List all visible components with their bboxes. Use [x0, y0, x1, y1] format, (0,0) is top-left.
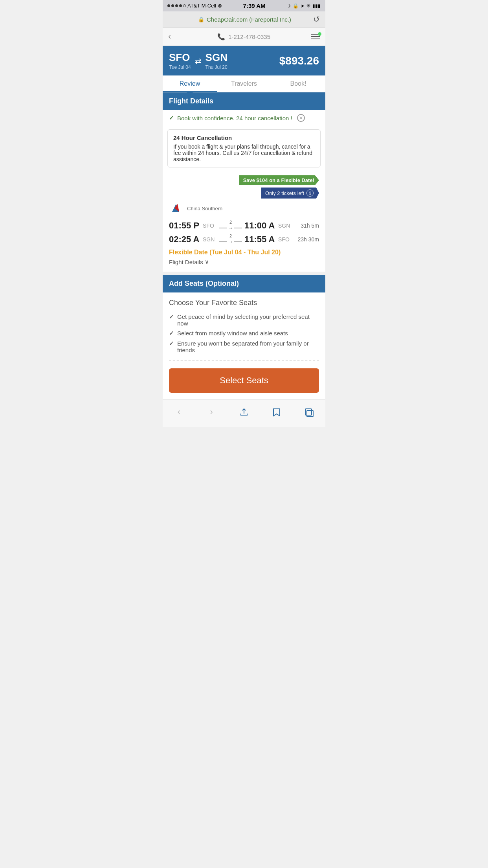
svg-rect-6 [307, 410, 313, 417]
tickets-badge-row: Only 2 tickets left ℹ [169, 188, 319, 199]
dashed-divider [169, 360, 319, 361]
flight-details-section: Flight Details ✓ Book with confidence. 2… [163, 92, 325, 272]
chevron-down-icon: ∨ [205, 258, 209, 265]
inbound-stops-count: 2 [229, 234, 232, 238]
cancellation-title: 24 Hour Cancellation [173, 134, 315, 141]
section-divider [163, 272, 325, 275]
menu-line-3 [311, 39, 320, 39]
seats-subtitle: Choose Your Favorite Seats [169, 299, 319, 307]
lock-status-icon: 🔒 [293, 3, 299, 9]
bottom-toolbar: ‹ › [163, 399, 325, 427]
airline-row: China Southern [169, 201, 319, 215]
outbound-depart-time: 01:55 P [169, 221, 200, 231]
seats-benefit-2: Select from mostly window and aisle seat… [169, 328, 319, 338]
menu-button[interactable] [311, 34, 320, 39]
dot3 [175, 4, 178, 7]
tab-indicator [187, 92, 193, 95]
flexible-badge: Save $104 on a Flexible Date! [239, 175, 319, 185]
toolbar-bookmark-button[interactable] [268, 403, 285, 421]
reload-button[interactable]: ↺ [313, 15, 320, 24]
inbound-depart-time: 02:25 A [169, 234, 200, 245]
cancellation-body: If you book a flight & your plans fall t… [173, 143, 315, 162]
dot1 [167, 4, 170, 7]
status-right: ☽ 🔒 ➤ ✳ ▮▮▮ [286, 3, 321, 9]
inbound-depart-airport: SGN [203, 236, 217, 243]
location-icon: ➤ [301, 3, 305, 9]
flight-card: Save $104 on a Flexible Date! Only 2 tic… [163, 171, 325, 272]
tab-book[interactable]: Book! [271, 75, 325, 92]
nav-bar: ‹ 📞 1-212-478-0335 [163, 28, 325, 46]
outbound-depart-airport: SFO [203, 223, 217, 229]
dest-date: Thu Jul 20 [205, 64, 227, 70]
tab-travelers[interactable]: Travelers [217, 75, 271, 92]
toolbar-share-button[interactable] [235, 403, 253, 421]
airline-name: China Southern [187, 206, 222, 211]
tickets-text: Only 2 tickets left [265, 190, 304, 196]
outbound-stops-count: 2 [229, 220, 232, 224]
add-seats-section: Add Seats (Optional) Choose Your Favorit… [163, 275, 325, 399]
origin-airport: SFO [169, 51, 191, 64]
tickets-badge: Only 2 tickets left ℹ [261, 188, 319, 199]
inbound-arrive-time: 11:55 A [244, 234, 276, 245]
url-text: CheapOair.com (Fareportal Inc.) [207, 16, 291, 23]
flight-details-link[interactable]: Flight Details ∨ [169, 258, 319, 265]
outbound-duration: 31h 5m [301, 223, 319, 229]
cancellation-box: 24 Hour Cancellation If you book a fligh… [167, 129, 321, 167]
menu-line-2 [311, 36, 320, 37]
seats-content: Choose Your Favorite Seats Get peace of … [163, 292, 325, 399]
moon-icon: ☽ [286, 3, 291, 9]
tab-review[interactable]: Review [163, 75, 217, 92]
outbound-arrive-airport: SGN [278, 223, 290, 229]
inbound-arrive-airport: SFO [278, 236, 290, 243]
inbound-stops-line: → [219, 239, 242, 245]
status-left: AT&T M-Cell ⊗ [167, 3, 222, 9]
wifi-icon: ⊗ [218, 3, 222, 9]
toolbar-forward-button[interactable]: › [203, 403, 220, 421]
outbound-flight-row: 01:55 P SFO 2 → 11:00 A SGN 31h 5m [169, 220, 319, 231]
phone-number[interactable]: 1-212-478-0335 [228, 33, 270, 40]
dest-airport: SGN [205, 51, 227, 64]
battery-icon: ▮▮▮ [312, 3, 321, 9]
add-seats-header: Add Seats (Optional) [163, 275, 325, 292]
origin-date: Tue Jul 04 [169, 64, 191, 70]
check-icon: ✓ [169, 114, 174, 121]
signal-dots [167, 4, 186, 7]
seats-benefit-3: Ensure you won't be separated from your … [169, 338, 319, 355]
tickets-info-icon[interactable]: ℹ [306, 189, 314, 197]
seats-benefit-1: Get peace of mind by selecting your pref… [169, 312, 319, 328]
status-time: 7:39 AM [243, 2, 266, 9]
select-seats-button[interactable]: Select Seats [169, 368, 319, 393]
back-button[interactable]: ‹ [168, 31, 171, 42]
address-bar: 🔒 CheapOair.com (Fareportal Inc.) ↺ [163, 11, 325, 28]
route-info: SFO Tue Jul 04 ⇄ SGN Thu Jul 20 [169, 51, 227, 70]
notification-dot [318, 32, 321, 36]
lock-icon: 🔒 [198, 17, 204, 22]
inbound-flight-row: 02:25 A SGN 2 → 11:55 A SFO 23h 30m [169, 234, 319, 245]
toolbar-tabs-button[interactable] [301, 403, 318, 421]
inbound-duration: 23h 30m [298, 236, 319, 243]
phone-icon: 📞 [217, 33, 225, 40]
outbound-arrive-time: 11:00 A [244, 221, 276, 231]
total-price: $893.26 [279, 55, 319, 67]
toolbar-back-button[interactable]: ‹ [170, 403, 187, 421]
outbound-stops-line: → [219, 225, 242, 231]
bluetooth-icon: ✳ [306, 3, 310, 9]
inbound-stops: 2 → [219, 234, 242, 245]
dismiss-icon[interactable]: ✕ [297, 114, 305, 122]
dot5 [183, 4, 186, 7]
confidence-banner: ✓ Book with confidence. 24 hour cancella… [163, 110, 325, 126]
confidence-text: Book with confidence. 24 hour cancellati… [177, 115, 292, 121]
seats-benefits-list: Get peace of mind by selecting your pref… [169, 312, 319, 355]
tabs-nav: Review Travelers Book! [163, 75, 325, 92]
outbound-stops: 2 → [219, 220, 242, 231]
svg-rect-5 [305, 409, 312, 415]
dot2 [171, 4, 174, 7]
flight-details-link-label: Flight Details [169, 259, 203, 265]
phone-area: 📞 1-212-478-0335 [176, 33, 311, 40]
dot4 [179, 4, 182, 7]
url-display: 🔒 CheapOair.com (Fareportal Inc.) [198, 16, 291, 23]
carrier-label: AT&T M-Cell [187, 3, 216, 9]
flight-header: SFO Tue Jul 04 ⇄ SGN Thu Jul 20 $893.26 [163, 46, 325, 75]
badge-row: Save $104 on a Flexible Date! [169, 175, 319, 185]
flexible-date-text: Flexible Date (Tue Jul 04 - Thu Jul 20) [169, 249, 319, 256]
